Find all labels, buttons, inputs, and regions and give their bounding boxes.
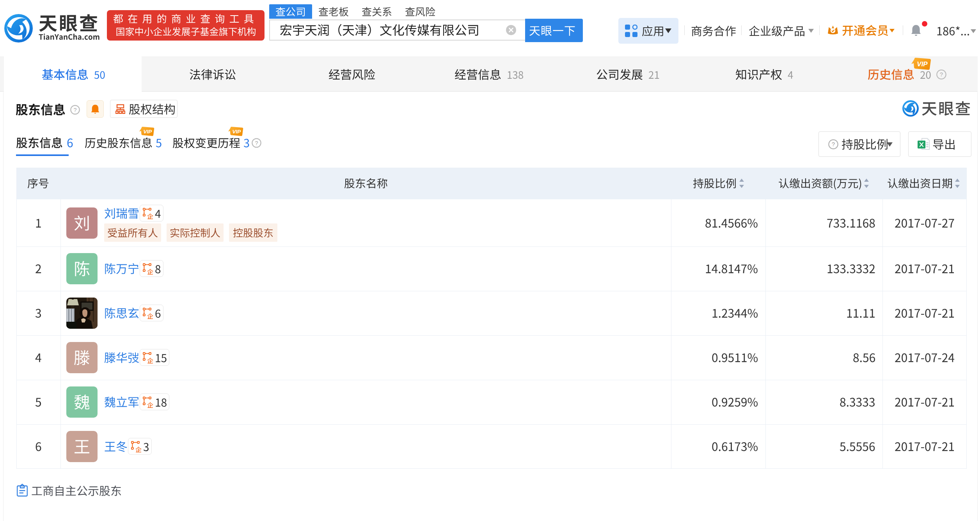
svg-text:VIP: VIP [917, 60, 928, 68]
svg-text:?: ? [940, 71, 943, 78]
svg-text:VIP: VIP [233, 129, 241, 135]
svg-text:?: ? [255, 140, 258, 146]
svg-text:VIP: VIP [144, 129, 153, 135]
svg-text:?: ? [73, 107, 76, 113]
svg-text:?: ? [832, 141, 835, 147]
